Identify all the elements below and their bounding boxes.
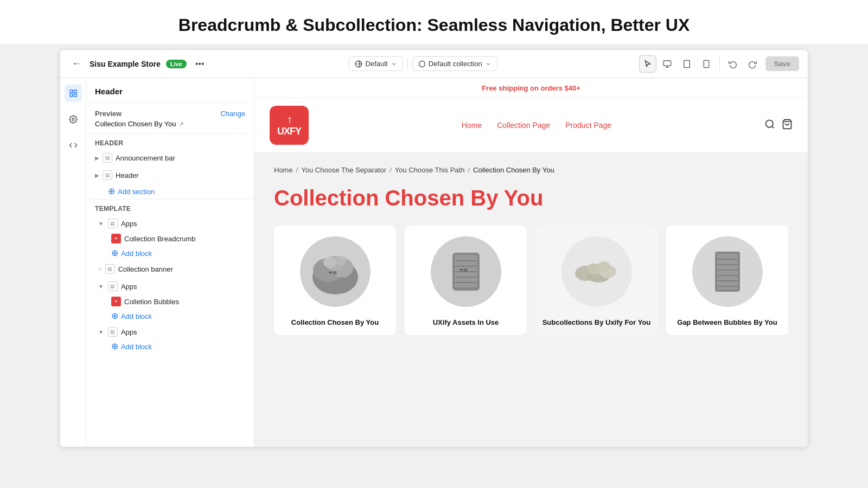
collection-breadcrumb-label: Collection Breadcrumb (124, 235, 196, 243)
main-wrapper: ← Sisu Example Store Live ••• Default De… (60, 49, 808, 447)
sidebar: Header Preview Change Collection Chosen … (86, 78, 254, 447)
settings-icon[interactable] (65, 111, 82, 128)
svg-line-15 (772, 126, 774, 129)
undo-button[interactable] (724, 55, 742, 73)
store-preview: Free shipping on orders $40+ ↑ UXFY (254, 78, 808, 447)
svg-rect-9 (70, 90, 73, 93)
svg-rect-2 (663, 61, 671, 66)
external-link-icon: ↗ (178, 120, 184, 128)
top-bar: ← Sisu Example Store Live ••• Default De… (60, 50, 808, 78)
announcement-bar-label: Announcement bar (116, 154, 175, 162)
header-label: Header (116, 171, 139, 179)
store-banner: Free shipping on orders $40+ (254, 78, 808, 98)
add-section-button[interactable]: ⊕ Add section (86, 184, 254, 199)
breadcrumb-separator-label[interactable]: You Choose The Separator (301, 166, 386, 174)
redo-button[interactable] (744, 55, 761, 73)
mobile-icon-btn[interactable] (698, 55, 715, 73)
nav-product-page[interactable]: Product Page (565, 121, 611, 130)
nav-collection-page[interactable]: Collection Page (497, 121, 550, 130)
header-section-label: Header (95, 139, 245, 147)
svg-point-36 (597, 261, 610, 271)
add-block-2-button[interactable]: ⊕ Add block (86, 309, 254, 323)
back-button[interactable]: ← (69, 56, 84, 72)
nav-home[interactable]: Home (462, 121, 482, 130)
product-2-name: UXify Assets In Use (405, 318, 527, 328)
product-4-name: Gap Between Bubbles By You (666, 318, 788, 328)
breadcrumb-home[interactable]: Home (274, 166, 293, 174)
cursor-icon-btn[interactable] (639, 55, 656, 73)
svg-rect-12 (74, 94, 76, 97)
change-link[interactable]: Change (220, 110, 245, 118)
svg-point-14 (766, 120, 773, 127)
breadcrumb-current: Collection Chosen By You (473, 166, 554, 174)
collection-breadcrumb-item[interactable]: ✦ Collection Breadcrumb (86, 231, 254, 246)
apps-group-2[interactable]: ▼ ▤ Apps (86, 278, 254, 294)
apps-1-label: Apps (121, 220, 137, 228)
breadcrumb-trail: Home / You Choose The Separator / You Ch… (274, 166, 788, 174)
collection-banner-label: Collection banner (118, 265, 173, 273)
theme-label: Default (365, 60, 387, 68)
preview-area: Free shipping on orders $40+ ↑ UXFY (254, 78, 808, 447)
more-options-button[interactable]: ••• (192, 58, 208, 70)
preview-value: Collection Chosen By You (95, 120, 176, 128)
announcement-bar-item[interactable]: ▶ ▤ Announcement bar (86, 149, 254, 166)
icon-rail (60, 78, 86, 447)
product-card-2[interactable]: ✦M UXify Assets In Use (405, 226, 527, 335)
cart-icon[interactable] (782, 119, 793, 132)
apps-2-label: Apps (121, 282, 137, 291)
product-card-4[interactable]: Gap Between Bubbles By You (666, 226, 788, 335)
search-icon[interactable] (764, 119, 775, 132)
breadcrumb-sep-1: / (296, 166, 298, 174)
preview-label: Preview (95, 110, 122, 118)
svg-text:✦M: ✦M (459, 267, 468, 273)
collection-label: Default collection (429, 60, 482, 68)
product-3-name: Subcollections By Uxify For You (535, 318, 658, 328)
add-block-3-button[interactable]: ⊕ Add block (86, 339, 254, 354)
product-grid: ✦M Collection Chosen By You (274, 226, 788, 335)
product-1-name: Collection Chosen By You (274, 318, 396, 328)
apps-3-label: Apps (121, 328, 137, 336)
svg-text:✦M: ✦M (328, 270, 337, 275)
sections-icon[interactable] (65, 85, 82, 102)
tablet-icon-btn[interactable] (678, 55, 695, 73)
breadcrumb-path-label[interactable]: You Choose This Path (395, 166, 465, 174)
product-card-1[interactable]: ✦M Collection Chosen By You (274, 226, 396, 335)
breadcrumb-sep-2: / (390, 166, 392, 174)
store-nav: ↑ UXFY Home Collection Page Product Page (254, 98, 808, 153)
header-item[interactable]: ▶ ▤ Header (86, 166, 254, 184)
store-name-label: Sisu Example Store (90, 60, 161, 68)
collection-bubbles-label: Colletion Bubbles (124, 298, 179, 306)
collection-title: Collection Chosen By You (274, 186, 788, 210)
apps-group-1[interactable]: ▼ ▤ Apps (86, 215, 254, 231)
svg-rect-11 (70, 94, 73, 97)
svg-rect-10 (74, 90, 76, 93)
apps-icon[interactable] (65, 137, 82, 154)
collection-dropdown[interactable]: Default collection (412, 56, 497, 71)
add-block-1-button[interactable]: ⊕ Add block (86, 246, 254, 260)
apps-group-3[interactable]: ▼ ▤ Apps (86, 323, 254, 339)
theme-dropdown[interactable]: Default (349, 56, 403, 71)
banner-text: Free shipping on orders $40+ (482, 84, 580, 92)
template-section-label: Template (95, 205, 245, 213)
store-logo: ↑ UXFY (270, 106, 309, 145)
sidebar-collection-title: Header (95, 87, 245, 96)
page-title: Breadcrumb & Subcollection: Seamless Nav… (11, 15, 857, 35)
breadcrumb-sep-3: / (468, 166, 470, 174)
live-badge: Live (166, 60, 187, 68)
save-button[interactable]: Save (765, 56, 799, 71)
svg-point-22 (335, 256, 346, 266)
collection-bubbles-item[interactable]: ✦ Colletion Bubbles (86, 294, 254, 309)
product-card-3[interactable]: Subcollections By Uxify For You (535, 226, 658, 335)
collection-banner-item[interactable]: ○ ▤ Collection banner (86, 260, 254, 278)
svg-point-21 (323, 257, 336, 268)
svg-point-13 (72, 118, 74, 120)
desktop-icon-btn[interactable] (659, 55, 676, 73)
